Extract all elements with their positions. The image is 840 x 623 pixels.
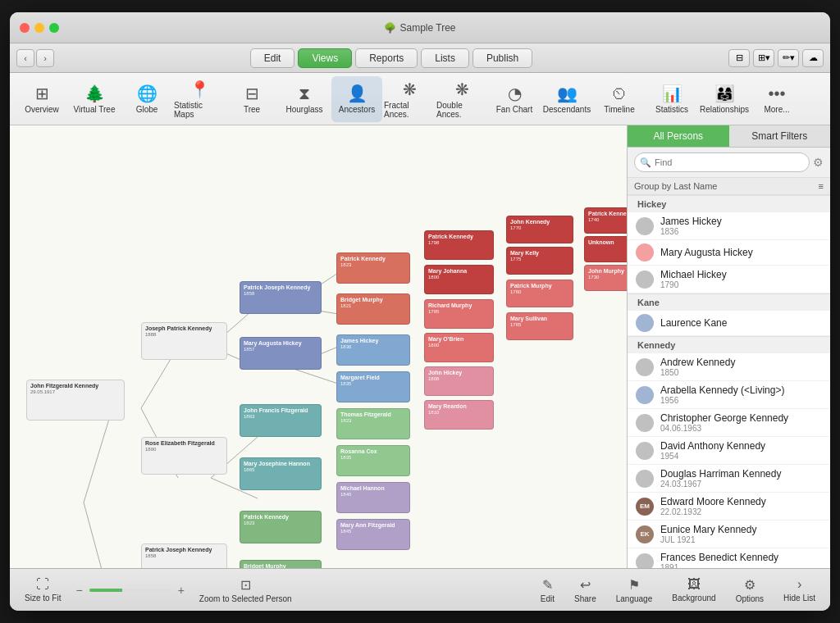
tree-card-5g1[interactable]: Patrick Kennedy 1740: [584, 207, 627, 234]
maximize-button[interactable]: [49, 23, 59, 33]
toolbar: ⊞ Overview 🌲 Virtual Tree 🌐 Globe 📍 Stat…: [10, 73, 830, 125]
tree-card-ggg6[interactable]: Mary Reardon 1810: [424, 400, 494, 430]
tree-card-mother[interactable]: Rose Elizabeth Fitzgerald 1890: [141, 437, 227, 475]
tree-card-ggg5[interactable]: John Hickey 1808: [424, 366, 494, 396]
tree-card-pg3[interactable]: John Francis Fitzgerald 1863: [240, 404, 322, 437]
tree-card-gg4[interactable]: Margaret Field 1835: [336, 371, 410, 402]
options-button[interactable]: ⚙ Options: [728, 574, 772, 607]
tree-card-pg4[interactable]: Mary Josephine Hannon 1865: [240, 457, 322, 490]
list-item-andrew-kennedy[interactable]: Andrew Kennedy 1850: [628, 353, 830, 381]
publish-menu[interactable]: Publish: [472, 48, 532, 68]
views-menu[interactable]: Views: [298, 48, 352, 68]
tree-card-4g2[interactable]: Mary Kelly 1775: [506, 247, 573, 275]
virtual-tree-label: Virtual Tree: [74, 105, 116, 114]
edit-menu[interactable]: Edit: [250, 48, 295, 68]
lists-menu[interactable]: Lists: [421, 48, 469, 68]
toolbar-item-globe[interactable]: 🌐 Globe: [121, 76, 172, 122]
tab-smart-filters[interactable]: Smart Filters: [729, 125, 831, 147]
toolbar-item-virtual-tree[interactable]: 🌲 Virtual Tree: [69, 76, 120, 122]
edit-button[interactable]: ✎ Edit: [532, 574, 563, 607]
avatar-edward-kennedy: EM: [636, 498, 654, 516]
share-button[interactable]: ↩ Share: [566, 574, 605, 607]
list-item-info: Douglas Harriman Kennedy 24.03.1967: [660, 468, 822, 489]
window-mode-button[interactable]: ⊟: [728, 49, 750, 67]
toolbar-item-relationships[interactable]: 👨‍👩‍👧 Relationships: [699, 76, 750, 122]
tree-card-5g3[interactable]: John Murphy 1730: [584, 265, 627, 291]
sync-button[interactable]: ☁: [802, 49, 824, 67]
list-item-michael-hickey[interactable]: Michael Hickey 1790: [628, 266, 830, 293]
zoom-slider[interactable]: [89, 589, 171, 592]
list-item-laurence-kane[interactable]: Laurence Kane: [628, 311, 830, 336]
view-options-button[interactable]: ⊞▾: [753, 49, 774, 67]
toolbar-item-statistics[interactable]: 📊 Statistics: [646, 76, 697, 122]
avatar-james-hickey: [636, 217, 654, 235]
minimize-button[interactable]: [34, 23, 44, 33]
tree-card-pg2[interactable]: Mary Augusta Hickey 1857: [240, 337, 322, 370]
list-item-james-hickey[interactable]: James Hickey 1836: [628, 212, 830, 240]
avatar-frances-kennedy: [636, 553, 654, 569]
tree-card-root[interactable]: John Fitzgerald Kennedy 29.05.1917: [26, 380, 125, 421]
toolbar-item-overview[interactable]: ⊞ Overview: [16, 76, 67, 122]
zoom-decrease-icon[interactable]: −: [75, 584, 82, 597]
tree-card-ggg4[interactable]: Mary O'Brien 1800: [424, 333, 494, 362]
tree-card-ggg1[interactable]: Patrick Kennedy 1798: [424, 230, 494, 260]
toolbar-item-descendants[interactable]: 👥 Descendants: [541, 76, 592, 122]
tree-card-ggg3[interactable]: Richard Murphy 1795: [424, 299, 494, 329]
close-button[interactable]: [20, 23, 30, 33]
toolbar-item-more[interactable]: ••• More...: [751, 76, 802, 122]
toolbar-item-double[interactable]: ❋ Double Ances.: [436, 76, 487, 122]
toolbar-item-stat-maps[interactable]: 📍 Statistic Maps: [174, 76, 225, 122]
tree-card-4g3[interactable]: Patrick Murphy 1760: [506, 280, 573, 307]
list-item-arabella-kennedy[interactable]: Arabella Kennedy (<Living>) 1956: [628, 381, 830, 409]
tree-card-4g4[interactable]: Mary Sullivan 1765: [506, 312, 573, 340]
zoom-increase-icon[interactable]: +: [178, 584, 185, 597]
background-label: Background: [672, 593, 715, 603]
tree-canvas[interactable]: John Fitzgerald Kennedy 29.05.1917 Josep…: [10, 125, 627, 568]
list-item-eunice-kennedy[interactable]: EK Eunice Mary Kennedy JUL 1921: [628, 521, 830, 548]
toolbar-item-ancestors[interactable]: 👤 Ancestors: [331, 76, 382, 122]
tree-card-gg8[interactable]: Mary Ann Fitzgerald 1845: [336, 519, 410, 550]
forward-button[interactable]: ›: [36, 49, 54, 67]
tree-card-pg1[interactable]: Patrick Joseph Kennedy 1858: [240, 281, 322, 314]
tree-card-gg6[interactable]: Rosanna Cox 1835: [336, 445, 410, 476]
tree-card-5g2[interactable]: Unknown: [584, 236, 627, 262]
back-button[interactable]: ‹: [16, 49, 34, 67]
toolbar-item-fractal[interactable]: ❋ Fractal Ances.: [384, 76, 435, 122]
double-label: Double Ances.: [436, 101, 487, 119]
tree-card-4g1[interactable]: John Kennedy 1770: [506, 216, 573, 243]
filter-gear-icon[interactable]: ⚙: [813, 156, 824, 169]
tree-card-gg1[interactable]: Patrick Kennedy 1823: [336, 252, 410, 284]
tree-card-person3[interactable]: Patrick Joseph Kennedy 1858: [141, 543, 227, 568]
list-item-mary-hickey[interactable]: Mary Augusta Hickey: [628, 240, 830, 266]
tree-card-pg6[interactable]: Bridget Murphy 1821: [240, 560, 322, 568]
toolbar-item-timeline[interactable]: ⏲ Timeline: [594, 76, 645, 122]
size-to-fit-button[interactable]: ⛶ Size to Fit: [16, 574, 69, 606]
list-item-frances-kennedy[interactable]: Frances Benedict Kennedy 1891: [628, 548, 830, 568]
tree-card-pg5[interactable]: Patrick Kennedy 1823: [240, 511, 322, 543]
toolbar-item-fan-chart[interactable]: ◔ Fan Chart: [489, 76, 540, 122]
language-button[interactable]: ⚑ Language: [608, 574, 661, 607]
list-item-douglas-kennedy[interactable]: Douglas Harriman Kennedy 24.03.1967: [628, 465, 830, 493]
avatar-eunice-kennedy: EK: [636, 525, 654, 543]
edit-tools-button[interactable]: ✏▾: [778, 49, 799, 67]
tree-card-gg3[interactable]: James Hickey 1836: [336, 334, 410, 366]
tab-all-persons[interactable]: All Persons: [628, 125, 729, 147]
group-by-label[interactable]: Group by Last Name: [634, 181, 718, 191]
list-view-icon[interactable]: ≡: [819, 181, 824, 191]
toolbar-item-hourglass[interactable]: ⧗ Hourglass: [279, 76, 330, 122]
tree-card-gg2[interactable]: Bridget Murphy 1821: [336, 293, 410, 325]
hide-list-button[interactable]: › Hide List: [775, 574, 824, 606]
search-input[interactable]: [634, 152, 810, 172]
toolbar-item-tree[interactable]: ⊟ Tree: [226, 76, 277, 122]
tree-card-gg5[interactable]: Thomas Fitzgerald 1823: [336, 408, 410, 439]
list-item-david-kennedy[interactable]: David Anthony Kennedy 1954: [628, 437, 830, 465]
list-item-edward-kennedy[interactable]: EM Edward Moore Kennedy 22.02.1932: [628, 493, 830, 521]
reports-menu[interactable]: Reports: [355, 48, 418, 68]
list-item-christopher-kennedy[interactable]: Christopher George Kennedy 04.06.1963: [628, 409, 830, 437]
background-button[interactable]: 🖼 Background: [664, 574, 724, 606]
zoom-to-selected-button[interactable]: ⊡ Zoom to Selected Person: [191, 574, 300, 607]
bottom-toolbar: ⛶ Size to Fit − + ⊡ Zoom to Selected Per…: [10, 568, 830, 611]
tree-card-ggg2[interactable]: Mary Johanna 1800: [424, 265, 494, 294]
tree-card-father[interactable]: Joseph Patrick Kennedy 1888: [141, 322, 227, 360]
tree-card-gg7[interactable]: Michael Hannon 1840: [336, 482, 410, 513]
